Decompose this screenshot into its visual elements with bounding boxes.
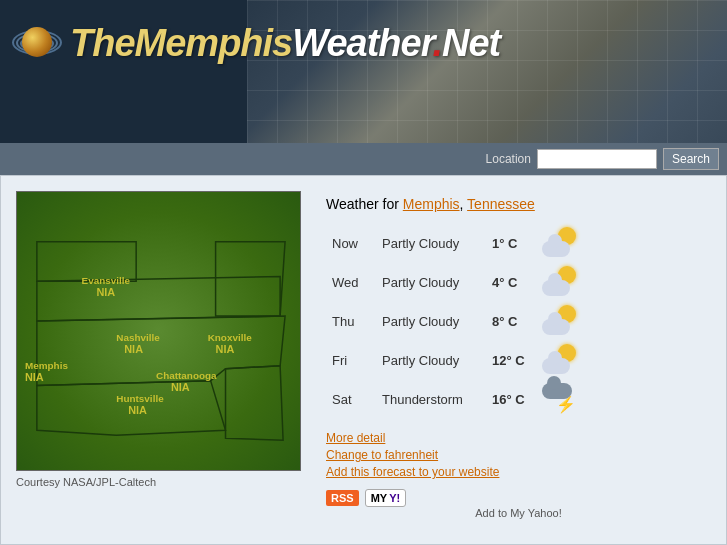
content-wrapper: Memphis NIA Nashville NIA Knoxville NIA … [16, 191, 711, 519]
logo-icon [10, 15, 65, 70]
weather-table: NowPartly Cloudy1° C WedPartly Cloudy4° … [326, 224, 711, 419]
weather-condition: Partly Cloudy [376, 341, 486, 380]
search-button[interactable]: Search [663, 148, 719, 170]
weather-condition: Partly Cloudy [376, 302, 486, 341]
logo-net: Net [442, 22, 500, 64]
logo-text: TheMemphisWeather.Net [70, 24, 500, 62]
weather-day: Wed [326, 263, 376, 302]
logo-area: TheMemphisWeather.Net [10, 15, 500, 70]
weather-day: Sat [326, 380, 376, 419]
rss-badge[interactable]: RSS [326, 490, 359, 506]
weather-icon-cell [536, 302, 711, 341]
add-yahoo-text: Add to My Yahoo! [326, 507, 711, 519]
map-svg: Memphis NIA Nashville NIA Knoxville NIA … [17, 192, 300, 470]
svg-text:NIA: NIA [128, 404, 147, 416]
map-credit: Courtesy NASA/JPL-Caltech [16, 476, 306, 488]
location-label: Location [486, 152, 531, 166]
weather-icon-cell [536, 224, 711, 263]
partly-cloudy-icon [542, 266, 578, 296]
yahoo-y: Y! [389, 492, 400, 504]
weather-rows: NowPartly Cloudy1° C WedPartly Cloudy4° … [326, 224, 711, 419]
weather-row: ThuPartly Cloudy8° C [326, 302, 711, 341]
weather-day: Thu [326, 302, 376, 341]
cloud-icon [542, 241, 570, 257]
main-content: Memphis NIA Nashville NIA Knoxville NIA … [0, 175, 727, 545]
weather-condition: Partly Cloudy [376, 224, 486, 263]
weather-temp: 1° C [486, 224, 536, 263]
weather-icon-cell: ⚡ [536, 380, 711, 419]
planet-icon [22, 27, 52, 57]
weather-row: NowPartly Cloudy1° C [326, 224, 711, 263]
change-units-link[interactable]: Change to fahrenheit [326, 448, 711, 462]
weather-condition: Thunderstorm [376, 380, 486, 419]
yahoo-badge[interactable]: MY Y! [365, 489, 407, 507]
more-links: More detail Change to fahrenheit Add thi… [326, 431, 711, 479]
svg-text:Chattanooga: Chattanooga [156, 370, 217, 381]
weather-title-prefix: Weather for [326, 196, 403, 212]
svg-text:Evansville: Evansville [82, 275, 131, 286]
yahoo-my: MY [371, 492, 388, 504]
weather-row: WedPartly Cloudy4° C [326, 263, 711, 302]
weather-day: Fri [326, 341, 376, 380]
thunderstorm-icon: ⚡ [542, 383, 578, 413]
site-header: TheMemphisWeather.Net Location Search [0, 0, 727, 175]
svg-text:Memphis: Memphis [25, 360, 68, 371]
map-container: Memphis NIA Nashville NIA Knoxville NIA … [16, 191, 301, 471]
more-detail-link[interactable]: More detail [326, 431, 711, 445]
weather-condition: Partly Cloudy [376, 263, 486, 302]
logo-memphis: TheMemphis [70, 22, 292, 64]
state-link[interactable]: Tennessee [467, 196, 535, 212]
weather-icon-cell [536, 341, 711, 380]
badge-block: RSS MY Y! Add to My Yahoo! [326, 489, 711, 519]
weather-temp: 4° C [486, 263, 536, 302]
city-link[interactable]: Memphis [403, 196, 460, 212]
weather-title: Weather for Memphis, Tennessee [326, 196, 711, 212]
partly-cloudy-icon [542, 227, 578, 257]
weather-row: FriPartly Cloudy12° C [326, 341, 711, 380]
weather-row: SatThunderstorm16° C ⚡ [326, 380, 711, 419]
logo-dot: . [432, 22, 442, 64]
cloud-icon [542, 358, 570, 374]
svg-text:NIA: NIA [25, 371, 44, 383]
map-area: Memphis NIA Nashville NIA Knoxville NIA … [16, 191, 306, 519]
weather-day: Now [326, 224, 376, 263]
svg-text:NIA: NIA [124, 343, 143, 355]
badge-row: RSS MY Y! [326, 489, 711, 507]
weather-temp: 16° C [486, 380, 536, 419]
svg-text:NIA: NIA [171, 381, 190, 393]
weather-temp: 8° C [486, 302, 536, 341]
cloud-icon [542, 319, 570, 335]
search-bar: Location Search [0, 143, 727, 175]
partly-cloudy-icon [542, 344, 578, 374]
svg-text:NIA: NIA [96, 286, 115, 298]
weather-temp: 12° C [486, 341, 536, 380]
weather-icon-cell [536, 263, 711, 302]
location-input[interactable] [537, 149, 657, 169]
partly-cloudy-icon [542, 305, 578, 335]
svg-text:Nashville: Nashville [116, 332, 160, 343]
lightning-icon: ⚡ [556, 397, 576, 413]
cloud-icon [542, 280, 570, 296]
svg-text:Knoxville: Knoxville [208, 332, 253, 343]
weather-info: Weather for Memphis, Tennessee NowPartly… [326, 191, 711, 519]
svg-text:Huntsville: Huntsville [116, 393, 164, 404]
svg-text:NIA: NIA [216, 343, 235, 355]
logo-weather: Weather [292, 22, 432, 64]
add-forecast-link[interactable]: Add this forecast to your website [326, 465, 711, 479]
